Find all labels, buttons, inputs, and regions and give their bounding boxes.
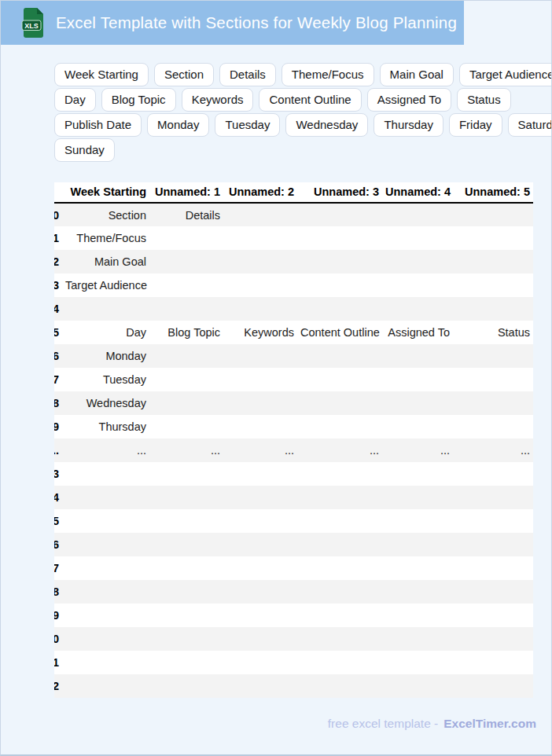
table-cell: Theme/Focus xyxy=(62,226,149,250)
footer-text: free excel template - xyxy=(328,717,438,730)
table-cell xyxy=(223,415,297,439)
table-cell xyxy=(453,391,533,415)
table-cell: Status xyxy=(453,321,533,344)
row-index: 18 xyxy=(54,580,62,604)
row-index: 14 xyxy=(54,486,62,509)
table-cell xyxy=(297,273,382,297)
chip-row: Publish DateMondayTuesdayWednesdayThursd… xyxy=(54,113,543,137)
column-chip-sunday: Sunday xyxy=(54,138,115,162)
table-cell xyxy=(297,509,382,533)
table-cell: Thursday xyxy=(62,415,149,439)
table-cell xyxy=(297,368,382,391)
table-cell xyxy=(297,297,382,321)
table-cell xyxy=(382,674,453,698)
row-index: 20 xyxy=(54,627,62,651)
table-cell: ... xyxy=(223,439,297,462)
table-cell xyxy=(223,226,297,250)
table-cell xyxy=(223,556,297,580)
column-header: Unnamed: 2 xyxy=(223,182,297,203)
row-index: 13 xyxy=(54,462,62,486)
column-chip-tuesday: Tuesday xyxy=(215,113,280,137)
row-index: 7 xyxy=(54,368,62,391)
table-cell xyxy=(223,250,297,273)
table-cell xyxy=(297,203,382,226)
row-index: 4 xyxy=(54,297,62,321)
table-row: 15 xyxy=(54,509,533,533)
table-row: 2Main Goal xyxy=(54,250,533,273)
table-cell xyxy=(223,604,297,627)
table-cell xyxy=(149,391,223,415)
table-cell xyxy=(297,344,382,368)
table-cell: ... xyxy=(62,439,149,462)
table-cell xyxy=(382,250,453,273)
table-cell: Day xyxy=(62,321,149,344)
row-index: ... xyxy=(54,439,62,462)
table-cell xyxy=(453,250,533,273)
column-header: Unnamed: 5 xyxy=(453,182,533,203)
table-cell xyxy=(453,674,533,698)
footer: free excel template -ExcelTimer.com xyxy=(328,717,536,731)
table-row: 17 xyxy=(54,556,533,580)
row-index: 6 xyxy=(54,344,62,368)
table-cell xyxy=(382,486,453,509)
table-cell xyxy=(149,486,223,509)
table-cell xyxy=(382,604,453,627)
column-chip-day: Day xyxy=(54,88,96,112)
table-cell xyxy=(223,368,297,391)
table-cell: Main Goal xyxy=(62,250,149,273)
table-cell: Blog Topic xyxy=(149,321,223,344)
page: XLS Excel Template with Sections for Wee… xyxy=(0,0,552,756)
table-cell xyxy=(149,415,223,439)
table-cell xyxy=(382,344,453,368)
table-row: 19 xyxy=(54,604,533,627)
table-cell xyxy=(297,674,382,698)
table-cell xyxy=(62,627,149,651)
table-cell xyxy=(453,226,533,250)
table-row: 20 xyxy=(54,627,533,651)
table-cell xyxy=(223,486,297,509)
column-chip-status: Status xyxy=(457,88,511,112)
table-row: 21 xyxy=(54,651,533,674)
table-cell xyxy=(453,556,533,580)
table-cell xyxy=(149,651,223,674)
table-row: 8Wednesday xyxy=(54,391,533,415)
table-cell xyxy=(453,651,533,674)
table-cell xyxy=(382,580,453,604)
table-cell xyxy=(297,250,382,273)
column-chip-list: Week StartingSectionDetailsTheme/FocusMa… xyxy=(54,63,543,163)
table-cell: ... xyxy=(297,439,382,462)
column-header: Unnamed: 4 xyxy=(382,182,453,203)
table-row: 4 xyxy=(54,297,533,321)
column-chip-section: Section xyxy=(154,63,214,86)
table-cell: Section xyxy=(62,203,149,226)
table-cell xyxy=(297,415,382,439)
table-cell xyxy=(223,674,297,698)
table-cell xyxy=(149,674,223,698)
chip-row: Week StartingSectionDetailsTheme/FocusMa… xyxy=(54,63,543,86)
table-cell: ... xyxy=(453,439,533,462)
table-cell xyxy=(149,533,223,556)
table-cell xyxy=(297,556,382,580)
row-index: 19 xyxy=(54,604,62,627)
table-cell xyxy=(62,462,149,486)
table-cell: Wednesday xyxy=(62,391,149,415)
footer-brand-link[interactable]: ExcelTimer.com xyxy=(443,717,536,730)
column-chip-details: Details xyxy=(219,63,276,86)
spreadsheet-preview: Week StartingUnnamed: 1Unnamed: 2Unnamed… xyxy=(54,182,533,698)
table-cell xyxy=(453,604,533,627)
row-index: 0 xyxy=(54,203,62,226)
table-row: 1Theme/Focus xyxy=(54,226,533,250)
column-chip-saturday: Saturday xyxy=(508,113,552,137)
column-chip-theme-focus: Theme/Focus xyxy=(282,63,374,86)
table-cell xyxy=(453,580,533,604)
table-cell: Monday xyxy=(62,344,149,368)
xls-file-icon: XLS xyxy=(21,8,45,38)
table-cell xyxy=(382,556,453,580)
table-cell xyxy=(382,462,453,486)
table-cell xyxy=(223,533,297,556)
table-cell: ... xyxy=(149,439,223,462)
table-cell xyxy=(223,651,297,674)
table-cell xyxy=(453,203,533,226)
row-index: 17 xyxy=(54,556,62,580)
table-cell xyxy=(223,509,297,533)
